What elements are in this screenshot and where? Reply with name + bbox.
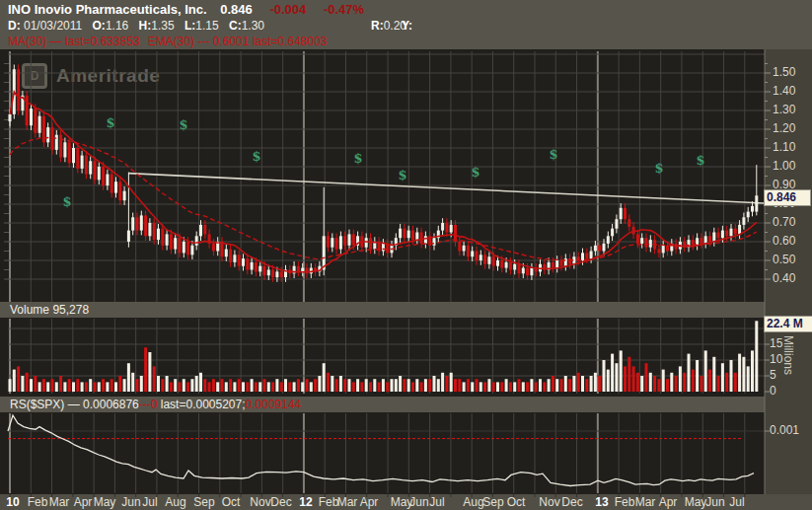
high-label: H: — [139, 19, 152, 33]
rs-axis-label: 0.001 — [770, 423, 799, 437]
candle-body — [131, 217, 134, 230]
candle-body — [183, 242, 185, 253]
volume-bar — [751, 350, 754, 392]
candle-body — [487, 256, 490, 264]
candle-body — [594, 246, 597, 252]
volume-bar — [242, 382, 245, 392]
candle-body — [730, 229, 733, 237]
candle-body — [483, 255, 486, 264]
volume-bar — [17, 366, 20, 392]
volume-bar — [216, 382, 219, 392]
volume-bar — [428, 379, 431, 392]
candle-body — [704, 236, 707, 244]
volume-bar — [76, 379, 79, 392]
volume-bar — [275, 379, 278, 392]
candle-body — [492, 256, 495, 266]
volume-bar — [683, 373, 686, 392]
candle-body — [700, 238, 702, 244]
volume-bar — [539, 379, 542, 392]
candle-body — [755, 195, 758, 211]
candle-body — [59, 135, 62, 158]
volume-bar — [183, 379, 185, 392]
volume-bar — [335, 379, 338, 392]
volume-bar — [148, 352, 151, 392]
volume-bar — [327, 373, 330, 392]
range-label: R: — [371, 19, 384, 33]
candle-body — [9, 114, 12, 121]
volume-bar — [717, 376, 720, 392]
volume-bar — [730, 360, 733, 392]
candle-body — [331, 238, 333, 248]
volume-bar — [649, 373, 652, 392]
candle-body — [415, 233, 418, 241]
volume-bar — [700, 376, 702, 392]
dollar-marker-icon: $ — [179, 117, 187, 132]
candle-body — [343, 236, 346, 246]
candle-body — [98, 167, 101, 180]
candle-body — [518, 264, 521, 274]
candle-body — [26, 96, 29, 125]
candle-body — [747, 212, 750, 218]
volume-bar — [51, 379, 54, 392]
candle-body — [585, 253, 588, 258]
volume-bar — [483, 382, 486, 392]
candle-body — [603, 244, 606, 252]
volume-bar — [445, 376, 448, 392]
candle-body — [229, 250, 232, 262]
high-value: 1.35 — [151, 19, 174, 33]
volume-bar — [267, 382, 270, 392]
volume-bar — [186, 382, 189, 392]
volume-bar — [607, 370, 610, 392]
volume-bar — [509, 382, 512, 392]
volume-bar — [221, 379, 224, 392]
title-row: INO Inovio Pharmaceuticals, Inc. 0.846 -… — [8, 2, 364, 17]
volume-bar — [72, 382, 75, 392]
volume-bar — [30, 379, 33, 392]
candle-body — [242, 258, 245, 266]
volume-bar — [144, 347, 147, 392]
volume-axis-label: 0 — [770, 384, 776, 398]
volume-bar — [555, 379, 558, 392]
candle-body — [144, 215, 147, 236]
volume-bar — [395, 379, 398, 392]
candle-body — [94, 161, 97, 180]
volume-bar — [721, 363, 724, 392]
candle-body — [114, 182, 117, 192]
candle-body — [742, 217, 745, 225]
price-chart-canvas[interactable]: $$$$$$$$$$ — [0, 0, 812, 510]
chart-application: Volume 95,278 RS($SPX) — 0.0006876---0 l… — [0, 0, 812, 510]
volume-bar — [420, 382, 423, 392]
candle-body — [555, 260, 558, 268]
volume-bar — [140, 376, 143, 392]
volume-bar — [42, 379, 45, 392]
candle-body — [106, 175, 109, 185]
volume-bar — [195, 376, 198, 392]
candle-body — [123, 191, 126, 201]
volume-bar — [560, 379, 563, 392]
volume-bar — [360, 382, 363, 392]
candle-body — [46, 127, 49, 142]
volume-bar — [356, 379, 359, 392]
volume-bar — [585, 379, 588, 392]
volume-bar — [526, 382, 529, 392]
volume-bar — [712, 357, 715, 392]
volume-bar — [161, 379, 164, 392]
date-label: D: — [8, 19, 21, 33]
candle-body — [140, 215, 143, 230]
volume-bar — [747, 366, 750, 392]
volume-bar — [127, 363, 130, 392]
rs-line — [8, 415, 754, 486]
volume-bar — [258, 382, 261, 392]
candle-body — [725, 231, 728, 237]
volume-bar — [653, 376, 656, 392]
candle-body — [38, 116, 41, 133]
candle-body — [225, 250, 228, 257]
volume-bar — [572, 376, 575, 392]
last-price: 0.846 — [220, 2, 253, 17]
candle-body — [738, 225, 741, 235]
price-axis-label: 1.40 — [773, 84, 795, 98]
candle-body — [166, 234, 169, 245]
candle-body — [407, 231, 410, 239]
volume-bar — [620, 350, 623, 392]
volume-bar — [212, 379, 215, 392]
